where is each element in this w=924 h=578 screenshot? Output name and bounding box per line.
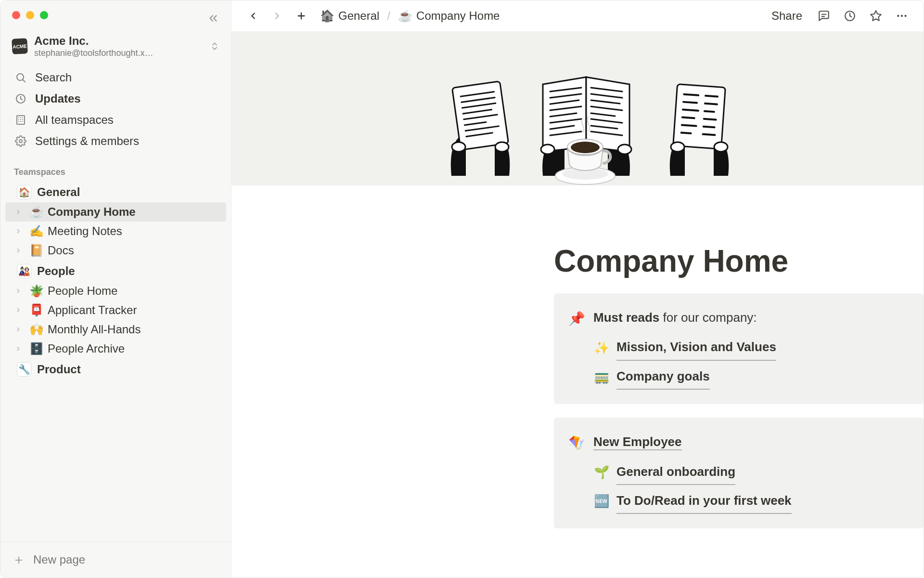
breadcrumb-seg-company-home[interactable]: ☕ Company Home [395,7,502,25]
breadcrumb-separator: / [387,9,390,23]
chevron-right-icon[interactable] [15,345,26,352]
workspace-switcher[interactable]: ACME Acme Inc. stephanie@toolsforthought… [0,23,231,65]
new-page-button[interactable]: ＋ New page [0,541,231,578]
svg-point-13 [19,140,22,143]
callout-sublink[interactable]: 🌱General onboarding [593,458,909,487]
new-tab-button[interactable] [293,8,309,24]
teamspace-general[interactable]: 🏠General [5,181,226,202]
link-text[interactable]: Mission, Vision and Values [616,335,776,360]
teamspace-product[interactable]: 🔧Product [5,358,226,380]
new-page-label: New page [33,553,85,566]
sidebar-page-people-home[interactable]: 🪴People Home [5,281,226,301]
minimize-window-button[interactable] [26,11,34,19]
chevron-right-icon[interactable] [15,247,26,254]
workspace-name: Acme Inc. [34,34,203,48]
callout-block[interactable]: 🪁New Employee🌱General onboarding🆕To Do/R… [554,418,924,528]
svg-line-57 [683,110,698,111]
sidebar-page-monthly-all-hands[interactable]: 🙌Monthly All-Hands [5,320,226,339]
page-content: Company Home 📌Must reads for our company… [554,185,924,561]
link-emoji-icon: 🚃 [593,365,610,389]
sidebar-page-docs[interactable]: 📔Docs [5,241,226,260]
close-window-button[interactable] [12,11,20,19]
sidebar-page-company-home[interactable]: ☕Company Home [5,202,226,222]
workspace-logo: ACME [12,38,28,54]
sidebar-page-meeting-notes[interactable]: ✍️Meeting Notes [5,222,226,241]
breadcrumb-seg-general[interactable]: 🏠 General [317,7,382,25]
svg-point-21 [901,15,903,17]
callout-sublink[interactable]: ✨Mission, Vision and Values [593,333,909,362]
svg-marker-19 [871,11,881,21]
nav-settings[interactable]: Settings & members [5,131,226,152]
callout-sublink[interactable]: 🆕To Do/Read in your first week [593,487,909,516]
page-emoji-icon: ☕ [29,205,44,219]
favorite-button[interactable] [868,8,884,24]
nav-back-button[interactable] [245,8,261,24]
page-tree: 🏠General☕Company Home✍️Meeting Notes📔Doc… [0,181,231,380]
svg-point-22 [904,15,906,17]
nav-all-teamspaces[interactable]: All teamspaces [5,109,226,131]
sidebar: ACME Acme Inc. stephanie@toolsforthought… [0,0,231,578]
nav-all-teamspaces-label: All teamspaces [35,113,114,127]
coffee-icon: ☕ [398,9,412,23]
callout-block[interactable]: 📌Must reads for our company:✨Mission, Vi… [554,293,924,404]
share-button[interactable]: Share [768,7,806,25]
link-text[interactable]: General onboarding [616,460,735,485]
svg-line-59 [682,118,694,118]
svg-point-66 [714,142,728,152]
home-icon: 🏠 [320,9,334,23]
page-icon[interactable] [549,113,616,181]
more-button[interactable] [894,8,910,24]
svg-line-56 [705,104,717,105]
chevron-right-icon[interactable] [15,288,26,294]
svg-line-62 [704,127,715,128]
plus-icon: ＋ [12,551,26,569]
svg-line-64 [703,134,715,135]
nav-search-label: Search [35,71,72,84]
nav-search[interactable]: Search [5,67,226,88]
svg-rect-23 [452,81,508,150]
breadcrumb: 🏠 General / ☕ Company Home [317,7,760,25]
sidebar-page-people-archive[interactable]: 🗄️People Archive [5,339,226,358]
link-emoji-icon: ✨ [593,336,610,360]
page-label: Meeting Notes [48,224,122,238]
svg-line-58 [705,111,714,112]
callout-sublink[interactable]: 🚃Company goals [593,363,909,392]
link-text[interactable]: Company goals [616,365,710,390]
nav-updates[interactable]: Updates [5,88,226,109]
page-label: Monthly All-Hands [48,323,141,336]
history-button[interactable] [842,8,858,24]
teamspace-label: People [37,264,75,278]
chevron-right-icon[interactable] [15,209,26,215]
svg-line-60 [704,119,716,120]
page-label: Applicant Tracker [48,303,137,317]
page-title[interactable]: Company Home [554,185,924,293]
chevron-right-icon[interactable] [15,326,26,333]
link-emoji-icon: 🌱 [593,460,610,484]
svg-point-65 [671,142,684,152]
callout-title-link[interactable]: New Employee [593,434,682,450]
chevron-right-icon[interactable] [15,228,26,235]
page-label: Docs [48,244,74,257]
link-text[interactable]: To Do/Read in your first week [616,489,792,514]
callout-emoji-icon: 🪁 [568,430,585,516]
collapse-sidebar-button[interactable] [207,12,219,25]
callout-head-bold: Must reads [593,310,659,325]
teamspace-icon: 🎎 [17,264,31,278]
topbar: 🏠 General / ☕ Company Home Share [231,0,924,31]
page-label: Company Home [48,205,136,219]
teamspace-people[interactable]: 🎎People [5,260,226,281]
callout-head: New Employee [593,430,909,454]
breadcrumb-seg-general-label: General [338,9,379,23]
chevron-right-icon[interactable] [15,307,26,314]
page-label: People Home [48,284,117,298]
svg-line-54 [706,96,718,97]
nav-forward-button[interactable] [269,8,285,24]
fullscreen-window-button[interactable] [40,11,48,19]
page-emoji-icon: 🙌 [29,323,44,336]
breadcrumb-seg-company-home-label: Company Home [416,9,500,23]
svg-point-33 [495,142,509,152]
nav-updates-label: Updates [35,92,81,105]
comments-button[interactable] [816,8,832,24]
page-emoji-icon: 🗄️ [29,342,44,355]
sidebar-page-applicant-tracker[interactable]: 📮Applicant Tracker [5,301,226,320]
